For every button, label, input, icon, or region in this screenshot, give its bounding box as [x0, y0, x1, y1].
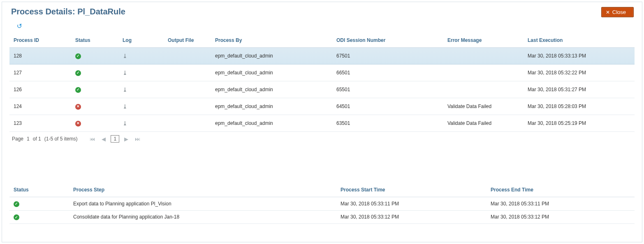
- log-cell: ⤓: [118, 81, 164, 98]
- download-log-icon[interactable]: ⤓: [123, 53, 127, 59]
- d-end-cell: Mar 30, 2018 05:33:12 PM: [486, 210, 635, 224]
- col-odi[interactable]: ODI Session Number: [332, 34, 443, 48]
- odi-cell: 65501: [332, 81, 443, 98]
- status-ok-icon: ✓: [75, 53, 81, 59]
- status-ok-icon: ✓: [14, 201, 19, 207]
- first-page-icon[interactable]: ⏮: [88, 136, 97, 142]
- prev-page-icon[interactable]: ◀: [100, 136, 107, 142]
- d-status-cell: ✓: [9, 197, 69, 211]
- status-cell: ✓: [71, 48, 118, 64]
- col-log[interactable]: Log: [118, 34, 164, 48]
- col-status[interactable]: Status: [71, 34, 118, 48]
- process-by-cell: epm_default_cloud_admin: [211, 115, 332, 132]
- download-log-icon[interactable]: ⤓: [123, 120, 127, 127]
- status-cell: ✕: [71, 115, 118, 132]
- download-log-icon[interactable]: ⤓: [123, 103, 127, 110]
- odi-cell: 63501: [332, 115, 443, 132]
- table-row[interactable]: 127✓⤓epm_default_cloud_admin66501Mar 30,…: [9, 64, 635, 81]
- log-cell: ⤓: [118, 64, 164, 81]
- status-ok-icon: ✓: [75, 87, 81, 93]
- table-row[interactable]: ✓Consolidate data for Planning applicati…: [9, 210, 635, 224]
- last-exec-cell: Mar 30, 2018 05:32:22 PM: [524, 64, 635, 81]
- table-row[interactable]: 128✓⤓epm_default_cloud_admin67501Mar 30,…: [9, 48, 635, 64]
- page-number-box[interactable]: 1: [111, 135, 119, 143]
- last-page-icon[interactable]: ⏭: [133, 136, 142, 142]
- last-exec-cell: Mar 30, 2018 05:31:27 PM: [524, 81, 635, 98]
- output-file-cell: [164, 98, 211, 115]
- pagination-of: of 1: [33, 136, 41, 142]
- page-title: Process Details: Pl_DataRule: [11, 7, 125, 16]
- d-status-cell: ✓: [9, 210, 69, 224]
- process-by-cell: epm_default_cloud_admin: [211, 81, 332, 98]
- process-step-table: Status Process Step Process Start Time P…: [9, 184, 635, 224]
- refresh-icon[interactable]: ↻: [17, 22, 22, 30]
- detail-table-header: Status Process Step Process Start Time P…: [9, 184, 635, 197]
- dcol-status[interactable]: Status: [9, 184, 69, 197]
- last-exec-cell: Mar 30, 2018 05:28:03 PM: [524, 98, 635, 115]
- error-cell: Validate Data Failed: [443, 98, 524, 115]
- d-start-cell: Mar 30, 2018 05:33:11 PM: [336, 197, 486, 211]
- download-log-icon[interactable]: ⤓: [123, 69, 127, 76]
- error-cell: [443, 81, 524, 98]
- process-by-cell: epm_default_cloud_admin: [211, 98, 332, 115]
- dcol-end[interactable]: Process End Time: [486, 184, 635, 197]
- process-id-cell: 123: [9, 115, 71, 132]
- process-id-cell: 127: [9, 64, 71, 81]
- pagination-prefix: Page: [12, 136, 23, 142]
- close-button-label: Close: [612, 9, 626, 15]
- pagination-range: (1-5 of 5 items): [44, 136, 78, 142]
- log-cell: ⤓: [118, 48, 164, 64]
- status-error-icon: ✕: [75, 104, 81, 110]
- close-icon: ✕: [606, 10, 610, 15]
- pagination-bar: Page 1 of 1 (1-5 of 5 items) ⏮ ◀ 1 ▶ ⏭: [2, 132, 642, 143]
- process-table: Process ID Status Log Output File Proces…: [9, 34, 635, 132]
- status-ok-icon: ✓: [14, 214, 19, 220]
- pagination-current: 1: [27, 136, 30, 142]
- last-exec-cell: Mar 30, 2018 05:33:13 PM: [524, 48, 635, 64]
- table-row[interactable]: 123✕⤓epm_default_cloud_admin63501Validat…: [9, 115, 635, 132]
- col-process-id[interactable]: Process ID: [9, 34, 71, 48]
- last-exec-cell: Mar 30, 2018 05:25:19 PM: [524, 115, 635, 132]
- table-row[interactable]: ✓Export data to Planning application Pl_…: [9, 197, 635, 211]
- col-process-by[interactable]: Process By: [211, 34, 332, 48]
- odi-cell: 67501: [332, 48, 443, 64]
- odi-cell: 64501: [332, 98, 443, 115]
- col-error[interactable]: Error Message: [443, 34, 524, 48]
- table-row[interactable]: 124✕⤓epm_default_cloud_admin64501Validat…: [9, 98, 635, 115]
- close-button[interactable]: ✕ Close: [601, 7, 634, 17]
- process-id-cell: 126: [9, 81, 71, 98]
- table-row[interactable]: 126✓⤓epm_default_cloud_admin65501Mar 30,…: [9, 81, 635, 98]
- next-page-icon[interactable]: ▶: [123, 136, 130, 142]
- status-ok-icon: ✓: [75, 70, 81, 76]
- process-table-header: Process ID Status Log Output File Proces…: [9, 34, 635, 48]
- process-by-cell: epm_default_cloud_admin: [211, 64, 332, 81]
- d-step-cell: Export data to Planning application Pl_V…: [69, 197, 336, 211]
- status-cell: ✕: [71, 98, 118, 115]
- process-id-cell: 128: [9, 48, 71, 64]
- d-step-cell: Consolidate data for Planning applicatio…: [69, 210, 336, 224]
- d-end-cell: Mar 30, 2018 05:33:11 PM: [486, 197, 635, 211]
- header-bar: Process Details: Pl_DataRule ✕ Close: [2, 2, 642, 20]
- error-cell: [443, 64, 524, 81]
- error-cell: Validate Data Failed: [443, 115, 524, 132]
- log-cell: ⤓: [118, 115, 164, 132]
- output-file-cell: [164, 115, 211, 132]
- output-file-cell: [164, 81, 211, 98]
- dcol-start[interactable]: Process Start Time: [336, 184, 486, 197]
- error-cell: [443, 48, 524, 64]
- d-start-cell: Mar 30, 2018 05:33:12 PM: [336, 210, 486, 224]
- col-output-file[interactable]: Output File: [164, 34, 211, 48]
- download-log-icon[interactable]: ⤓: [123, 86, 127, 93]
- status-error-icon: ✕: [75, 121, 81, 127]
- status-cell: ✓: [71, 64, 118, 81]
- col-last-exec[interactable]: Last Execution: [524, 34, 635, 48]
- output-file-cell: [164, 48, 211, 64]
- status-cell: ✓: [71, 81, 118, 98]
- output-file-cell: [164, 64, 211, 81]
- process-by-cell: epm_default_cloud_admin: [211, 48, 332, 64]
- odi-cell: 66501: [332, 64, 443, 81]
- log-cell: ⤓: [118, 98, 164, 115]
- process-details-panel: Process Details: Pl_DataRule ✕ Close ↻ P…: [2, 2, 642, 242]
- process-id-cell: 124: [9, 98, 71, 115]
- dcol-step[interactable]: Process Step: [69, 184, 336, 197]
